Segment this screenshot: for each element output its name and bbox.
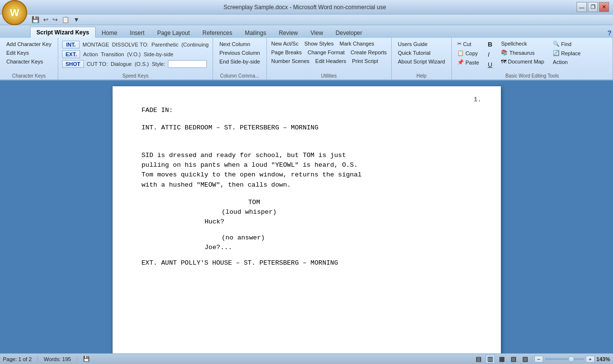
sk-style-input[interactable]: [168, 60, 207, 68]
help-label: Help: [392, 73, 451, 79]
document-area: 1. FADE IN: INT. ATTIC BEDROOM – ST. PET…: [0, 80, 613, 364]
basic-word-tools-label: Basic Word Editing Tools: [452, 73, 613, 79]
restore-btn[interactable]: ❐: [588, 2, 598, 12]
cut-btn[interactable]: ✂ Cut: [455, 40, 474, 48]
tab-page-layout[interactable]: Page Layout: [151, 27, 196, 38]
replace-btn[interactable]: 🔄 Replace: [550, 49, 583, 57]
add-character-key-btn[interactable]: Add Character Key: [3, 40, 55, 48]
column-commands-section: Next Column Previous Column End Side-by-…: [213, 38, 267, 79]
normal-view-btn[interactable]: ▤: [474, 354, 483, 364]
page-info: Page: 1 of 2: [3, 356, 32, 362]
parenthetical-1: (loud whisper): [222, 207, 472, 217]
zoom-slider[interactable]: [545, 358, 584, 360]
number-scenes-btn[interactable]: Number Scenes: [269, 57, 312, 65]
scene-heading-2: EXT. AUNT POLLY'S HOUSE – ST. PETERSBERG…: [142, 259, 338, 267]
show-styles-btn[interactable]: Show Styles: [302, 40, 336, 47]
status-divider-3: [532, 356, 532, 363]
page-breaks-btn[interactable]: Page Breaks: [269, 48, 304, 56]
thesaurus-btn[interactable]: 📚 Thesaurus: [498, 48, 547, 57]
parenthetical-2: (no answer): [222, 233, 472, 243]
copy-btn[interactable]: 📋 Copy: [455, 49, 480, 57]
draft-view-btn[interactable]: ▨: [520, 354, 530, 364]
word-count: Words: 195: [44, 356, 71, 362]
status-divider-1: [37, 356, 38, 363]
tab-view[interactable]: View: [304, 27, 330, 38]
help-section: Users Guide Quick Tutorial About Script …: [392, 38, 452, 79]
tab-insert[interactable]: Insert: [124, 27, 151, 38]
sk-int-btn[interactable]: INT.: [62, 41, 80, 48]
dialogue-1: Huck?: [205, 217, 414, 227]
end-side-by-side-btn[interactable]: End Side-by-side: [216, 57, 264, 66]
web-view-btn[interactable]: ▦: [497, 354, 507, 364]
office-button[interactable]: W: [2, 0, 27, 25]
tab-developer[interactable]: Developer: [330, 27, 369, 38]
print-view-btn[interactable]: ▥: [485, 354, 495, 364]
character-keys-label: Character Keys: [0, 73, 58, 79]
tab-mailings[interactable]: Mailings: [238, 27, 272, 38]
status-divider-2: [77, 356, 77, 363]
close-btn[interactable]: ✕: [599, 2, 609, 12]
office-icon: W: [10, 7, 19, 18]
sk-cutto-label: CUT TO:: [87, 61, 108, 67]
find-btn[interactable]: 🔍 Find: [550, 40, 583, 48]
speed-key-row-3: SHOT CUT TO: Dialogue (O.S.) Style:: [62, 59, 209, 69]
status-bar: Page: 1 of 2 Words: 195 💾 ▤ ▥ ▦ ▧ ▨ − + …: [0, 353, 613, 364]
create-reports-btn[interactable]: Create Reports: [348, 48, 389, 56]
edit-headers-btn[interactable]: Edit Headers: [313, 57, 349, 65]
character-name: TOM: [249, 198, 472, 207]
sk-style-label: Style:: [152, 61, 166, 67]
column-commands-label: Column Comma...: [213, 73, 266, 79]
sk-continuing-label: (Continuing: [182, 42, 209, 47]
outline-view-btn[interactable]: ▧: [509, 354, 518, 364]
new-act-btn[interactable]: New Act/Sc: [269, 40, 301, 47]
tab-references[interactable]: References: [196, 27, 238, 38]
action-btn[interactable]: Action: [550, 58, 583, 66]
ribbon-help-btn[interactable]: ?: [606, 28, 613, 38]
tab-home[interactable]: Home: [96, 27, 124, 38]
about-script-wizard-btn[interactable]: About Script Wizard: [395, 57, 448, 66]
underline-btn[interactable]: U: [485, 60, 495, 69]
speed-key-row-1: INT. MONTAGE DISSOLVE TO: Parenthetic (C…: [62, 40, 209, 49]
quick-access-toolbar: 💾 ↩ ↪ 📋 ▼: [0, 15, 613, 25]
quick-tutorial-btn[interactable]: Quick Tutorial: [395, 48, 448, 57]
italic-btn[interactable]: I: [485, 50, 495, 59]
doc-map-btn[interactable]: 🗺 Document Map: [498, 58, 547, 65]
sk-sidebyside-label: Side-by-side: [144, 51, 173, 57]
tab-review[interactable]: Review: [272, 27, 304, 38]
sk-ext-btn[interactable]: EXT.: [62, 50, 80, 58]
redo-btn[interactable]: ↪: [51, 15, 59, 24]
clipboard-col: ✂ Cut 📋 Copy 📌 Paste: [455, 40, 481, 71]
sk-dissolve-label: DISSOLVE TO:: [112, 42, 149, 47]
next-column-btn[interactable]: Next Column: [216, 40, 264, 48]
bold-btn[interactable]: B: [485, 40, 495, 49]
previous-column-btn[interactable]: Previous Column: [216, 48, 264, 57]
window-controls: — ❐ ✕: [577, 2, 609, 12]
save-btn[interactable]: 💾: [30, 15, 41, 24]
copy-icon: 📋: [457, 50, 464, 56]
qa-dropdown-btn[interactable]: ▼: [72, 15, 81, 24]
print-script-btn[interactable]: Print Script: [349, 57, 381, 65]
character-keys-btn[interactable]: Character Keys: [3, 57, 55, 66]
paste-btn[interactable]: 📌 Paste: [455, 58, 481, 66]
zoom-out-btn[interactable]: −: [534, 356, 543, 363]
sk-dialogue-label: Dialogue: [111, 61, 132, 67]
print-btn[interactable]: 📋: [60, 15, 71, 24]
save-indicator: 💾: [83, 356, 90, 362]
spellcheck-btn[interactable]: Spellcheck: [498, 40, 547, 47]
edit-keys-btn[interactable]: Edit Keys: [3, 48, 55, 57]
mark-changes-btn[interactable]: Mark Changes: [337, 40, 377, 47]
minimize-btn[interactable]: —: [577, 2, 587, 12]
change-format-btn[interactable]: Change Format: [305, 48, 347, 56]
sk-shot-btn[interactable]: SHOT: [62, 60, 84, 68]
zoom-slider-thumb: [568, 356, 574, 362]
find-icon: 🔍: [553, 41, 560, 47]
status-right-area: ▤ ▥ ▦ ▧ ▨ − + 143%: [474, 354, 610, 364]
tab-script-wizard-keys[interactable]: Script Wizard Keys: [30, 27, 96, 38]
users-guide-btn[interactable]: Users Guide: [395, 40, 448, 48]
replace-icon: 🔄: [553, 50, 560, 56]
zoom-in-btn[interactable]: +: [586, 356, 595, 363]
undo-btn[interactable]: ↩: [42, 15, 50, 24]
utilities-label: Utilities: [267, 73, 391, 79]
sk-parenthetic-label: Parenthetic: [151, 42, 179, 47]
speed-key-row-2: EXT. Action Transition (V.O.) Side-by-si…: [62, 49, 209, 59]
